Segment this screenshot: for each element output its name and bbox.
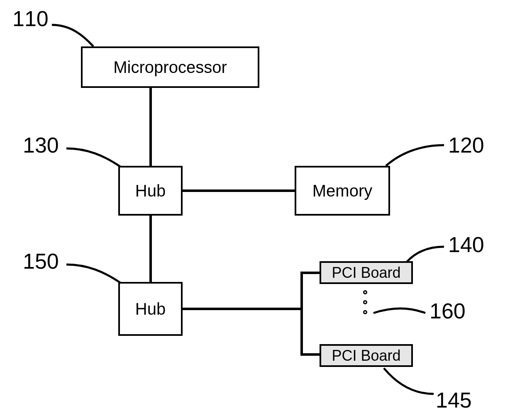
leader-145 [0,0,532,420]
diagram-canvas: Microprocessor Hub Memory Hub PCI Board … [0,0,532,420]
